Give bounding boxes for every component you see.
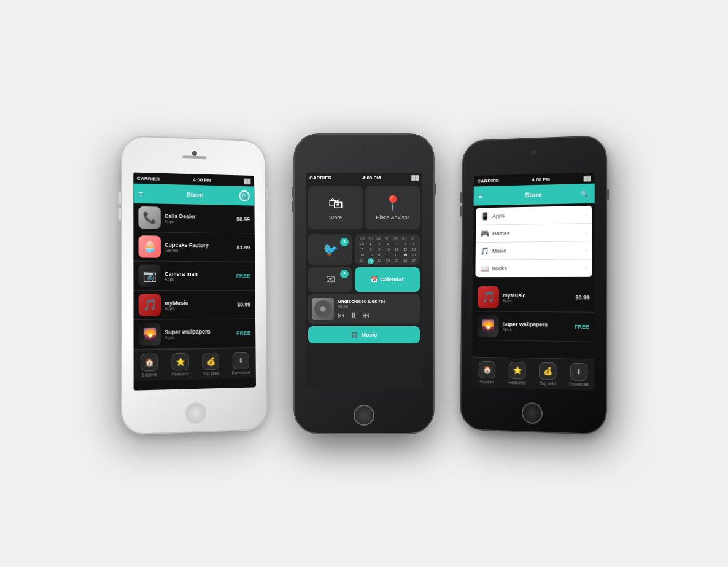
app-name-mymusic-right: myMusic bbox=[503, 292, 568, 298]
play-pause-btn[interactable]: ⏸ bbox=[350, 311, 357, 319]
tab-toppaid-right[interactable]: 💰 Top paid bbox=[532, 362, 563, 386]
place-advisor-tile-icon: 📍 bbox=[384, 195, 402, 212]
app-info-mymusic: myMusic Apps bbox=[165, 299, 230, 310]
volume-up-left bbox=[118, 192, 121, 204]
dash-row-mail-cal: ✉ 2 📅 Calendar bbox=[306, 267, 422, 292]
power-right bbox=[607, 189, 609, 200]
cal-today: 22 bbox=[368, 258, 374, 264]
phone-right: CARRIER 4:00 PM ▓▓ ≡ Store 🔍 📱 Apps › 🎮 bbox=[460, 135, 607, 435]
featured-icon-left: ⭐ bbox=[172, 353, 189, 370]
app-icon-wallpaper-right: 🌄 bbox=[477, 315, 498, 337]
tab-explore-left[interactable]: 🏠 Explore bbox=[134, 353, 165, 377]
tab-featured-right[interactable]: ⭐ Featured bbox=[502, 361, 533, 385]
app-item-wallpaper[interactable]: 🌄 Super wallpapers Apps FREE bbox=[133, 319, 255, 350]
tile-store[interactable]: 🛍 Store bbox=[308, 186, 363, 229]
menu-item-apps[interactable]: 📱 Apps › bbox=[476, 205, 592, 225]
cal-grid: 28 1 2 3 4 5 6 7 8 9 10 11 12 13 bbox=[358, 241, 417, 265]
nav-title-right: Store bbox=[525, 190, 542, 198]
phone-left: CARRIER 4:00 PM ▓▓ ≡ Store 🔍 📞 Calls Dea… bbox=[121, 135, 268, 435]
explore-label-left: Explore bbox=[142, 372, 157, 377]
cal-btn-label: Calendar bbox=[380, 276, 404, 283]
calendar-widget[interactable]: MO TU WE TH FR SA SU 28 1 2 3 4 5 bbox=[355, 234, 420, 265]
time-center: 4:00 PM bbox=[362, 175, 381, 181]
app-info-calls: Calls Dealer Apps bbox=[165, 213, 230, 224]
headphones-icon: 🎧 bbox=[351, 332, 358, 338]
mail-icon: ✉ bbox=[326, 273, 335, 286]
svg-point-2 bbox=[322, 308, 324, 310]
dash-tiles: 🛍 Store 📍 Place Advisor bbox=[306, 184, 422, 232]
twitter-widget[interactable]: 🐦 3 bbox=[308, 234, 352, 265]
app-icon-mymusic: 🎵 bbox=[139, 294, 161, 316]
app-item-mymusic[interactable]: 🎵 myMusic Apps $0.99 bbox=[133, 290, 255, 319]
menu-icon-right[interactable]: ≡ bbox=[478, 191, 482, 200]
explore-icon-right: 🏠 bbox=[479, 361, 495, 378]
tab-download-left[interactable]: ⬇ Download bbox=[226, 351, 256, 375]
store-list-left: 📞 Calls Dealer Apps $0.99 🧁 Cupcake Fact… bbox=[133, 203, 255, 349]
apps-menu-arrow: › bbox=[585, 211, 587, 217]
app-cat-camera: Apps bbox=[165, 276, 230, 281]
dash-row-twitter-cal: 🐦 3 MO TU WE TH FR SA SU 28 1 bbox=[306, 234, 422, 265]
store-tile-label: Store bbox=[329, 214, 343, 221]
nav-title-left: Store bbox=[186, 190, 203, 198]
screen-center: CARRIER 4:00 PM ▓▓ 🛍 Store 📍 Place Advis… bbox=[306, 173, 422, 389]
calendar-btn[interactable]: 📅 Calendar bbox=[355, 267, 420, 292]
time-left: 4:00 PM bbox=[193, 176, 211, 182]
navbar-left: ≡ Store 🔍 bbox=[133, 183, 254, 205]
books-menu-label: Books bbox=[492, 265, 581, 272]
battery-center: ▓▓ bbox=[411, 175, 419, 181]
power-btn-left bbox=[266, 189, 268, 200]
app-item-wallpaper-right[interactable]: 🌄 Super wallpapers Apps FREE bbox=[473, 311, 595, 342]
music-menu-arrow: › bbox=[585, 246, 587, 253]
app-item-calls[interactable]: 📞 Calls Dealer Apps $0.99 bbox=[133, 203, 255, 233]
menu-icon-left[interactable]: ≡ bbox=[138, 189, 143, 198]
home-btn-right[interactable] bbox=[522, 402, 543, 424]
battery-left: ▓▓ bbox=[244, 178, 250, 183]
tab-download-right[interactable]: ⬇ Download bbox=[563, 362, 594, 386]
download-label-left: Download bbox=[231, 370, 250, 375]
apps-menu-label: Apps bbox=[492, 211, 581, 219]
cal-btn-icon: 📅 bbox=[371, 276, 378, 283]
vol-up-right bbox=[460, 192, 462, 203]
divider-right bbox=[473, 279, 594, 283]
app-item-mymusic-right[interactable]: 🎵 myMusic Apps $0.99 bbox=[473, 283, 594, 312]
tab-explore-right[interactable]: 🏠 Explore bbox=[472, 361, 502, 384]
music-bottom-bar[interactable]: 🎧 Music bbox=[308, 326, 420, 343]
app-icon-camera: 📷 bbox=[139, 264, 161, 286]
apps-menu-icon: 📱 bbox=[481, 211, 489, 220]
app-price-mymusic-right: $0.99 bbox=[572, 294, 589, 300]
games-menu-label: Games bbox=[492, 229, 581, 237]
home-btn-left[interactable] bbox=[185, 402, 206, 424]
navbar-right: ≡ Store 🔍 bbox=[474, 183, 595, 205]
power-center bbox=[435, 184, 436, 195]
screen-right: CARRIER 4:00 PM ▓▓ ≡ Store 🔍 📱 Apps › 🎮 bbox=[472, 172, 595, 390]
download-icon-right: ⬇ bbox=[570, 362, 588, 380]
app-cat-calls: Apps bbox=[165, 219, 230, 224]
mail-widget[interactable]: ✉ 2 bbox=[308, 267, 352, 292]
prev-btn[interactable]: ⏮ bbox=[338, 311, 345, 319]
menu-item-books[interactable]: 📖 Books › bbox=[475, 259, 592, 277]
app-price-camera: FREE bbox=[234, 273, 250, 279]
app-name-mymusic: myMusic bbox=[165, 299, 230, 306]
toppaid-label-left: Top paid bbox=[203, 370, 219, 375]
music-bottom-label: Music bbox=[362, 332, 378, 338]
app-name-cupcake: Cupcake Factory bbox=[165, 241, 230, 248]
next-btn[interactable]: ⏭ bbox=[362, 311, 370, 319]
app-item-camera[interactable]: 📷 Camera man Apps FREE bbox=[133, 261, 255, 291]
app-item-cupcake[interactable]: 🧁 Cupcake Factory Games $1.99 bbox=[133, 232, 255, 262]
search-btn-right[interactable]: 🔍 bbox=[578, 187, 589, 198]
menu-item-games[interactable]: 🎮 Games › bbox=[476, 223, 592, 242]
home-btn-center[interactable] bbox=[354, 405, 374, 426]
twitter-badge: 3 bbox=[340, 238, 349, 246]
tile-place-advisor[interactable]: 📍 Place Advisor bbox=[365, 186, 420, 229]
search-btn-left[interactable]: 🔍 bbox=[239, 190, 249, 201]
tab-toppaid-left[interactable]: 💰 Top paid bbox=[196, 352, 227, 375]
app-info-wallpaper-right: Super wallpapers Apps bbox=[502, 321, 568, 332]
app-cat-wallpaper-right: Apps bbox=[502, 327, 568, 332]
tab-featured-left[interactable]: ⭐ Featured bbox=[165, 353, 195, 377]
scene: CARRIER 4:00 PM ▓▓ ≡ Store 🔍 📞 Calls Dea… bbox=[0, 0, 728, 567]
status-bar-center: CARRIER 4:00 PM ▓▓ bbox=[306, 173, 422, 184]
battery-right: ▓▓ bbox=[584, 175, 591, 181]
app-info-cupcake: Cupcake Factory Games bbox=[165, 241, 230, 252]
menu-item-music[interactable]: 🎵 Music › bbox=[476, 241, 592, 260]
phone-center: CARRIER 4:00 PM ▓▓ 🛍 Store 📍 Place Advis… bbox=[293, 133, 435, 434]
